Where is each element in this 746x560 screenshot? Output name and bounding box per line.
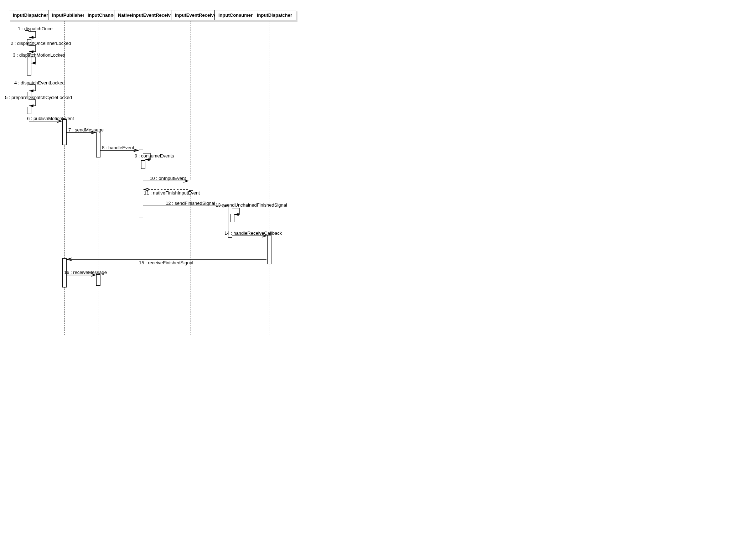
arrows-layer: [4, 4, 452, 338]
message-label: 1 : dispatchOnce: [18, 26, 53, 31]
message-label: 8 : handleEvent: [102, 145, 134, 150]
message-label: 11 : nativeFinishInputEvent: [144, 190, 200, 196]
message-label: 12 : sendFinishedSignal: [166, 201, 215, 206]
message-label: 9 : consumeEvents: [135, 153, 174, 159]
message-label: 7 : sendMessage: [68, 127, 104, 133]
message-label: 10 : onInputEvent: [150, 176, 186, 181]
message-label: 15 : receiveFinishedSignal: [139, 260, 193, 265]
message-label: 16 : receiveMessage: [64, 270, 107, 275]
message-label: 3 : dispatchMotionLocked: [13, 52, 65, 58]
message-label: 13 : sendUnchainedFinishedSignal: [216, 202, 287, 208]
message-label: 14 : handleReceiveCallback: [224, 230, 282, 236]
message-label: 2 : dispatchOnceInnerLocked: [11, 41, 71, 46]
message-label: 5 : prepareDispatchCycleLocked: [5, 95, 72, 100]
message-label: 6 : publishMotionEvent: [27, 116, 74, 121]
message-label: 4 : dispatchEventLocked: [14, 80, 65, 85]
sequence-diagram: InputDispatcher InputPublisher InputChan…: [4, 4, 452, 338]
